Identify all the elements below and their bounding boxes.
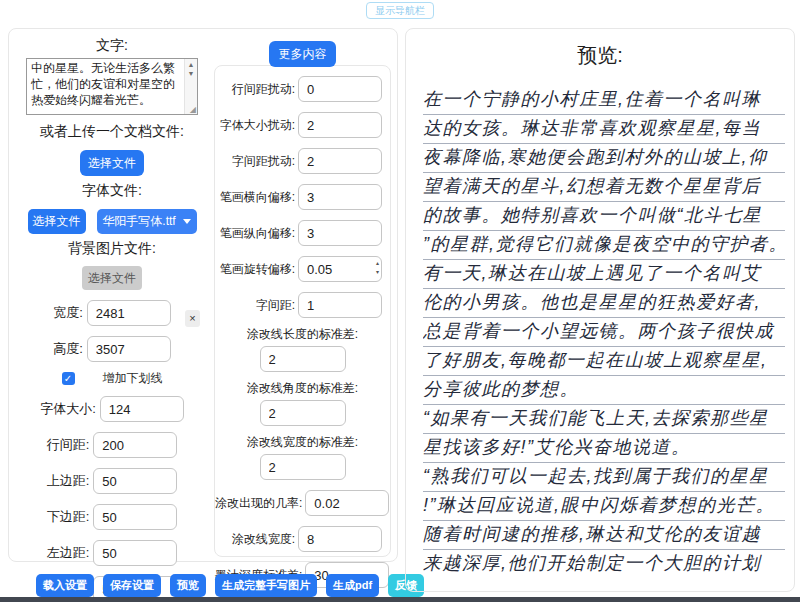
background-image-label: 背景图片文件: bbox=[9, 240, 215, 258]
choose-background-file-button[interactable]: 选择文件 bbox=[82, 266, 142, 290]
action-button[interactable]: 生成完整手写图片 bbox=[215, 574, 317, 597]
advanced-field-input-wrap: ▴▾ bbox=[298, 220, 382, 246]
underline-option-row: ✓ 增加下划线 bbox=[9, 371, 215, 386]
layout-field-input[interactable] bbox=[100, 396, 184, 422]
action-button[interactable]: 生成pdf bbox=[326, 574, 379, 597]
clear-size-button[interactable]: × bbox=[185, 310, 200, 327]
size-field-input[interactable] bbox=[87, 336, 171, 362]
advanced-field-row: 笔画纵向偏移: ▴▾ bbox=[215, 220, 390, 246]
font-select-value: 华阳手写体.ttf bbox=[102, 213, 175, 230]
preview-title: 预览: bbox=[406, 42, 794, 69]
font-select[interactable]: 华阳手写体.ttf bbox=[97, 209, 197, 234]
size-field-label: 高度: bbox=[53, 340, 83, 358]
layout-field-row: 字体大小: bbox=[9, 396, 215, 422]
advanced-field-row: 笔画横向偏移: ▴▾ bbox=[215, 184, 390, 210]
number-spinner-icon[interactable]: ▴▾ bbox=[376, 259, 379, 277]
handwriting-line: 有一天,琳达在山坡上遇见了一个名叫艾 bbox=[423, 260, 785, 289]
handwriting-line: “熟我们可以一起去,找到属于我们的星星 bbox=[423, 463, 785, 492]
action-button[interactable]: 保存设置 bbox=[103, 574, 161, 597]
layout-field-label: 字体大小: bbox=[40, 400, 96, 418]
advanced-field-row: 笔画旋转偏移: ▴▾ bbox=[215, 256, 390, 282]
advanced-field-label: 行间距扰动: bbox=[215, 81, 295, 98]
resize-grip-icon[interactable]: ◢ bbox=[190, 105, 196, 114]
advanced-field-row: 字体大小扰动: ▴▾ bbox=[215, 112, 390, 138]
show-navbar-button[interactable]: 显示导航栏 bbox=[366, 2, 434, 19]
layout-field-input[interactable] bbox=[93, 468, 177, 494]
handwriting-line: 望着满天的星斗,幻想着无数个星星背后 bbox=[423, 173, 785, 202]
text-input-wrapper: ▲ ▼ ◢ bbox=[26, 58, 198, 115]
font-file-row: 选择文件 华阳手写体.ttf bbox=[9, 209, 215, 234]
handwriting-line: 达的女孩。琳达非常喜欢观察星星,每当 bbox=[423, 115, 785, 144]
more-content-button[interactable]: 更多内容 bbox=[269, 41, 336, 67]
action-button-bar: 载入设置 保存设置 预览 生成完整手写图片 生成pdf 反馈 bbox=[36, 574, 424, 597]
choose-doc-file-button[interactable]: 选择文件 bbox=[80, 150, 144, 176]
choose-font-file-button[interactable]: 选择文件 bbox=[28, 209, 86, 234]
layout-field-row: 下边距: bbox=[9, 504, 215, 530]
advanced-field-input[interactable] bbox=[298, 292, 382, 318]
advanced-stacked-field: 涂改线角度的标准差: bbox=[215, 380, 390, 426]
layout-field-label: 下边距: bbox=[47, 508, 90, 526]
advanced-field-label: 字间距: bbox=[215, 297, 295, 314]
advanced-field-label: 字间距扰动: bbox=[215, 153, 295, 170]
handwriting-line: 来越深厚,他们开始制定一个大胆的计划 bbox=[423, 550, 785, 579]
underline-checkbox-label: 增加下划线 bbox=[103, 370, 163, 387]
advanced-field-label: 笔画横向偏移: bbox=[215, 189, 295, 206]
size-field-input[interactable] bbox=[87, 300, 171, 326]
layout-field-row: 左边距: bbox=[9, 540, 215, 566]
settings-panel: 文字: ▲ ▼ ◢ 或者上传一个文档文件: 选择文件 字体文件: 选择文件 华阳… bbox=[8, 28, 398, 562]
handwriting-line: 总是背着一个小望远镜。两个孩子很快成 bbox=[423, 318, 785, 347]
bottom-divider bbox=[0, 597, 800, 602]
layout-field-label: 左边距: bbox=[47, 544, 90, 562]
size-field-row: 高度: bbox=[9, 336, 215, 362]
handwriting-line: 了好朋友,每晚都一起在山坡上观察星星, bbox=[423, 347, 785, 376]
advanced-field-input[interactable] bbox=[298, 76, 382, 102]
advanced-field-label: 笔画纵向偏移: bbox=[215, 225, 295, 242]
advanced-field-input[interactable] bbox=[298, 526, 382, 552]
stacked-field-label: 涂改线宽度的标准差: bbox=[215, 434, 390, 451]
layout-field-row: 行间距: bbox=[9, 432, 215, 458]
layout-field-row: 上边距: bbox=[9, 468, 215, 494]
font-file-label: 字体文件: bbox=[9, 182, 215, 200]
size-fields: 宽度: 高度: bbox=[9, 300, 215, 362]
advanced-stacked-field: 涂改线长度的标准差: bbox=[215, 326, 390, 372]
chevron-down-icon bbox=[183, 219, 191, 224]
advanced-field-input[interactable] bbox=[298, 256, 382, 282]
layout-field-label: 行间距: bbox=[47, 436, 90, 454]
handwriting-line: 随着时间逮的推移,琳达和艾伦的友谊越 bbox=[423, 521, 785, 550]
advanced-stacked-field: 涂改线宽度的标准差: bbox=[215, 434, 390, 480]
scroll-down-icon[interactable]: ▼ bbox=[188, 69, 195, 78]
handwriting-line: 星找该多好!”艾伦兴奋地说道。 bbox=[423, 434, 785, 463]
text-input[interactable] bbox=[27, 59, 197, 114]
advanced-field-label: 笔画旋转偏移: bbox=[215, 261, 295, 278]
layout-field-input[interactable] bbox=[93, 432, 177, 458]
advanced-field-input-wrap: ▴▾ bbox=[298, 148, 382, 174]
advanced-field-label: 字体大小扰动: bbox=[215, 117, 295, 134]
advanced-settings-panel: 行间距扰动: ▴▾ 字体大小扰动: ▴▾ 字间距扰动: bbox=[214, 65, 391, 557]
advanced-inline-fields: 行间距扰动: ▴▾ 字体大小扰动: ▴▾ 字间距扰动: bbox=[215, 76, 390, 318]
layout-field-label: 上边距: bbox=[47, 472, 90, 490]
advanced-field-input[interactable] bbox=[298, 148, 382, 174]
scroll-up-icon[interactable]: ▲ bbox=[188, 60, 195, 69]
stacked-field-input[interactable] bbox=[260, 400, 346, 426]
underline-checkbox[interactable]: ✓ bbox=[62, 372, 75, 385]
advanced-field-input[interactable] bbox=[298, 220, 382, 246]
advanced-field-input[interactable] bbox=[298, 184, 382, 210]
advanced-field-input[interactable] bbox=[305, 490, 389, 516]
stacked-field-input[interactable] bbox=[260, 346, 346, 372]
advanced-field-input[interactable] bbox=[298, 112, 382, 138]
advanced-field-row: 字间距: ▴▾ bbox=[215, 292, 390, 318]
advanced-field-input-wrap: ▴▾ bbox=[298, 76, 382, 102]
layout-field-input[interactable] bbox=[93, 540, 177, 566]
stacked-field-input[interactable] bbox=[260, 454, 346, 480]
handwriting-preview: 在一个宁静的小村庄里,住着一个名叫琳 达的女孩。琳达非常喜欢观察星星,每当 夜幕… bbox=[423, 86, 785, 579]
preview-panel: 预览: 在一个宁静的小村庄里,住着一个名叫琳 达的女孩。琳达非常喜欢观察星星,每… bbox=[405, 28, 795, 592]
advanced-field-row: 字间距扰动: ▴▾ bbox=[215, 148, 390, 174]
upload-doc-label: 或者上传一个文档文件: bbox=[9, 123, 215, 141]
size-field-label: 宽度: bbox=[53, 304, 83, 322]
action-button[interactable]: 预览 bbox=[170, 574, 206, 597]
action-button[interactable]: 载入设置 bbox=[36, 574, 94, 597]
advanced-field-input-wrap: ▴▾ bbox=[298, 184, 382, 210]
layout-field-input[interactable] bbox=[93, 504, 177, 530]
advanced-field-input-wrap bbox=[298, 526, 382, 552]
advanced-field-row: 行间距扰动: ▴▾ bbox=[215, 76, 390, 102]
